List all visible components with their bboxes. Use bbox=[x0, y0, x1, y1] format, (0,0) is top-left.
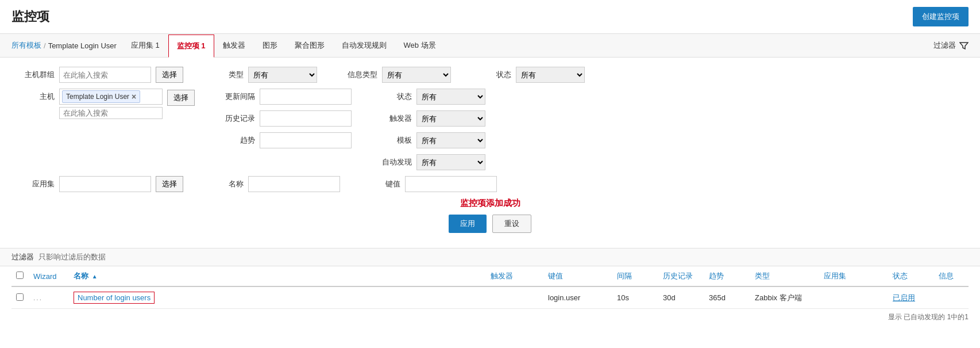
auto-discover-select[interactable]: 所有 bbox=[416, 154, 485, 170]
th-apps[interactable]: 应用集 bbox=[819, 266, 888, 286]
tabs: 应用集 1 监控项 1 触发器 图形 聚合图形 自动发现规则 Web 场景 bbox=[122, 34, 445, 57]
item-name-link[interactable]: Number of login users bbox=[74, 292, 155, 304]
name-input[interactable] bbox=[248, 176, 340, 192]
trigger-label: 触发器 bbox=[369, 113, 412, 124]
filter-icon bbox=[959, 41, 969, 50]
template-label: 模板 bbox=[369, 135, 412, 146]
host-tag-close-icon[interactable]: × bbox=[132, 92, 136, 101]
select-all-checkbox[interactable] bbox=[16, 271, 24, 279]
th-history[interactable]: 历史记录 bbox=[658, 266, 704, 286]
auto-discover-label: 自动发现 bbox=[369, 157, 412, 167]
tab-discovery[interactable]: 自动发现规则 bbox=[333, 34, 395, 57]
status1-select[interactable]: 所有 bbox=[516, 67, 585, 83]
th-trigger[interactable]: 触发器 bbox=[486, 266, 543, 286]
type-label: 类型 bbox=[200, 70, 244, 80]
key-field: 键值 bbox=[357, 176, 497, 192]
page-wrapper: 监控项 创建监控项 所有模板 / Template Login User 应用集… bbox=[0, 0, 980, 348]
host-group-field: 主机群组 选择 bbox=[11, 67, 183, 83]
breadcrumb-current: Template Login User bbox=[48, 41, 117, 50]
type-field: 类型 所有 bbox=[200, 67, 317, 83]
apply-button[interactable]: 应用 bbox=[449, 215, 487, 233]
row-checkbox[interactable] bbox=[16, 293, 24, 301]
trigger-select[interactable]: 所有 bbox=[416, 110, 485, 127]
filter-notice-prefix: 过滤器 bbox=[11, 253, 34, 261]
apps-field: 应用集 选择 bbox=[11, 176, 183, 192]
trend-label: 趋势 bbox=[212, 135, 255, 146]
items-table: Wizard 名称 ▲ 触发器 键值 间隔 bbox=[11, 266, 969, 309]
th-name[interactable]: 名称 ▲ bbox=[69, 266, 486, 286]
row-trigger bbox=[486, 286, 543, 309]
status-link[interactable]: 已启用 bbox=[893, 293, 915, 302]
host-select-btn[interactable]: 选择 bbox=[167, 90, 195, 106]
info-type-field: 信息类型 所有 bbox=[334, 67, 451, 83]
th-key[interactable]: 键值 bbox=[543, 266, 612, 286]
update-interval-field: 更新间隔 bbox=[212, 89, 352, 105]
th-status[interactable]: 状态 bbox=[888, 266, 934, 286]
page-header: 监控项 创建监控项 bbox=[0, 0, 980, 34]
name-label: 名称 bbox=[200, 179, 244, 189]
host-tag-text: Template Login User bbox=[66, 93, 129, 101]
pagination-row: 显示 已自动发现的 1中的1 bbox=[0, 309, 980, 326]
filter-section: 主机群组 选择 类型 所有 信息类型 所有 状态 所有 bbox=[0, 58, 980, 248]
host-search-input[interactable] bbox=[59, 107, 163, 119]
trigger-field: 触发器 所有 bbox=[369, 110, 485, 127]
th-wizard: Wizard bbox=[29, 266, 69, 286]
page-title: 监控项 bbox=[11, 8, 49, 25]
update-interval-label: 更新间隔 bbox=[212, 91, 255, 102]
create-item-button[interactable]: 创建监控项 bbox=[913, 7, 969, 26]
row-key: login.user bbox=[543, 286, 612, 309]
status1-field: 状态 所有 bbox=[468, 67, 585, 83]
filter-notice-suffix: 只影响过滤后的数据 bbox=[38, 253, 106, 261]
action-row: 应用 重设 bbox=[11, 215, 969, 233]
filter-toggle[interactable]: 过滤器 bbox=[933, 35, 969, 56]
host-group-select-btn[interactable]: 选择 bbox=[156, 67, 183, 83]
table-row: ... Number of login users login.user 10s… bbox=[11, 286, 969, 309]
reset-button[interactable]: 重设 bbox=[492, 215, 531, 233]
tab-triggers[interactable]: 触发器 bbox=[214, 34, 254, 57]
history-label: 历史记录 bbox=[212, 113, 255, 124]
tab-aggregate[interactable]: 聚合图形 bbox=[286, 34, 333, 57]
name-field: 名称 bbox=[200, 176, 340, 192]
key-input[interactable] bbox=[405, 176, 497, 192]
host-field: 主机 Template Login User × 选择 bbox=[11, 89, 195, 119]
th-info: 信息 bbox=[934, 266, 969, 286]
apps-select-btn[interactable]: 选择 bbox=[156, 176, 183, 192]
tab-items[interactable]: 监控项 1 bbox=[168, 35, 214, 58]
apps-input[interactable] bbox=[59, 176, 151, 192]
host-group-input[interactable] bbox=[59, 67, 151, 83]
success-message: 监控项添加成功 bbox=[11, 198, 969, 209]
row-info bbox=[934, 286, 969, 309]
status2-field: 状态 所有 bbox=[369, 89, 485, 105]
filter-notice: 过滤器 只影响过滤后的数据 bbox=[0, 248, 980, 266]
tab-web[interactable]: Web 场景 bbox=[395, 34, 445, 57]
row-history: 30d bbox=[658, 286, 704, 309]
apps-label: 应用集 bbox=[11, 179, 55, 189]
trend-input[interactable] bbox=[260, 132, 352, 148]
host-tag: Template Login User × bbox=[62, 90, 140, 103]
tab-apps[interactable]: 应用集 1 bbox=[122, 34, 168, 57]
template-select[interactable]: 所有 bbox=[416, 132, 485, 148]
breadcrumb-separator: / bbox=[44, 41, 46, 50]
th-trend[interactable]: 趋势 bbox=[704, 266, 750, 286]
nav-bar: 所有模板 / Template Login User 应用集 1 监控项 1 触… bbox=[0, 34, 980, 58]
update-interval-input[interactable] bbox=[260, 89, 352, 105]
tab-graphs[interactable]: 图形 bbox=[254, 34, 286, 57]
auto-discover-field: 自动发现 所有 bbox=[369, 154, 485, 170]
history-field: 历史记录 bbox=[212, 110, 352, 127]
status2-label: 状态 bbox=[369, 91, 412, 102]
key-label: 键值 bbox=[357, 179, 400, 189]
table-section: Wizard 名称 ▲ 触发器 键值 间隔 bbox=[0, 266, 980, 309]
th-interval[interactable]: 间隔 bbox=[612, 266, 658, 286]
th-type[interactable]: 类型 bbox=[750, 266, 819, 286]
type-select[interactable]: 所有 bbox=[248, 67, 317, 83]
wizard-dots-icon: ... bbox=[33, 294, 43, 302]
row-interval: 10s bbox=[612, 286, 658, 309]
template-field: 模板 所有 bbox=[369, 132, 485, 148]
breadcrumb: 所有模板 / Template Login User bbox=[11, 35, 117, 56]
info-type-label: 信息类型 bbox=[334, 70, 377, 80]
breadcrumb-all-templates[interactable]: 所有模板 bbox=[11, 40, 41, 51]
history-input[interactable] bbox=[260, 110, 352, 127]
status1-label: 状态 bbox=[468, 70, 511, 80]
info-type-select[interactable]: 所有 bbox=[382, 67, 451, 83]
status2-select[interactable]: 所有 bbox=[416, 89, 485, 105]
